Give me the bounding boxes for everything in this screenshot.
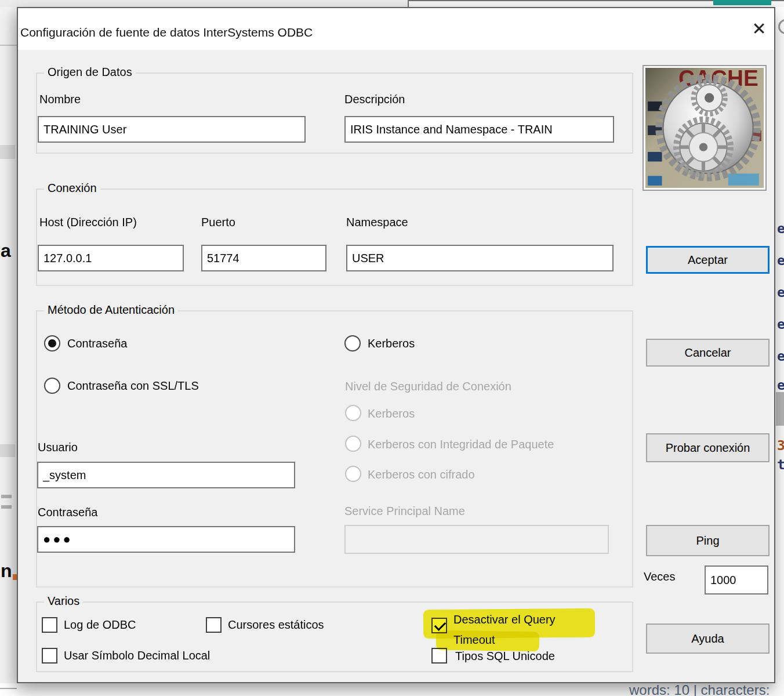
group-origen-caption: Origen de Datos bbox=[44, 66, 136, 79]
descripcion-label: Descripción bbox=[344, 93, 405, 106]
radio-nivel-cifrado bbox=[345, 466, 361, 482]
checkbox-sql-unicode[interactable] bbox=[431, 648, 447, 664]
radio-nivel-kerberos-label: Kerberos bbox=[368, 407, 415, 420]
radio-nivel-integridad-label: Kerberos con Integridad de Paquete bbox=[368, 438, 554, 451]
radio-contrasena-ssl[interactable] bbox=[44, 378, 60, 394]
highlight-marker-stroke-2 bbox=[436, 630, 539, 651]
background-code-letter-t: t bbox=[777, 457, 784, 472]
spn-input bbox=[344, 525, 609, 554]
cancelar-button[interactable]: Cancelar bbox=[646, 339, 770, 367]
probar-conexion-button[interactable]: Probar conexión bbox=[646, 433, 770, 462]
intersystems-cache-logo: CACHE bbox=[643, 65, 767, 191]
background-code-letter: e bbox=[777, 349, 784, 364]
veces-input[interactable] bbox=[705, 566, 768, 594]
veces-label: Veces bbox=[644, 570, 675, 583]
contrasena-label: Contraseña bbox=[38, 506, 97, 519]
namespace-input[interactable] bbox=[346, 245, 614, 271]
radio-nivel-integridad bbox=[345, 436, 361, 452]
background-code-digit: 3 bbox=[777, 438, 784, 453]
background-code-letter: e bbox=[777, 221, 784, 236]
odbc-config-dialog: Configuración de fuente de datos InterSy… bbox=[17, 7, 775, 683]
host-label: Host (Dirección IP) bbox=[39, 216, 137, 229]
host-input[interactable] bbox=[38, 245, 184, 271]
nombre-input[interactable] bbox=[38, 116, 306, 143]
background-left-letter-n: n bbox=[1, 560, 12, 582]
checkbox-decimal-local[interactable] bbox=[42, 648, 57, 664]
background-code-letter: e bbox=[777, 378, 784, 393]
checkbox-log-odbc-label[interactable]: Log de ODBC bbox=[64, 618, 136, 632]
background-left-bar-1 bbox=[0, 145, 15, 159]
checkbox-decimal-local-label[interactable]: Usar Símbolo Decimal Local bbox=[64, 649, 210, 662]
checkbox-cursores-label[interactable]: Cursores estáticos bbox=[228, 618, 324, 632]
background-left-column bbox=[0, 7, 17, 683]
radio-nivel-kerberos bbox=[345, 405, 361, 421]
spn-label: Service Principal Name bbox=[344, 505, 465, 518]
background-code-letter: e bbox=[777, 285, 784, 300]
background-left-bar-2 bbox=[0, 444, 15, 457]
background-code-letter: e bbox=[777, 253, 784, 268]
aceptar-button[interactable]: Aceptar bbox=[646, 246, 770, 274]
background-left-divider bbox=[0, 45, 17, 46]
group-conexion-caption: Conexión bbox=[44, 182, 100, 195]
descripcion-input[interactable] bbox=[344, 116, 614, 143]
ping-button[interactable]: Ping bbox=[646, 525, 770, 556]
namespace-label: Namespace bbox=[346, 216, 408, 229]
background-left-mini-2 bbox=[1, 505, 12, 509]
checkbox-log-odbc[interactable] bbox=[42, 617, 57, 633]
group-autenticacion-caption: Método de Autenticación bbox=[44, 303, 178, 317]
background-left-letter-a: a bbox=[1, 240, 11, 262]
usuario-label: Usuario bbox=[38, 441, 78, 454]
background-scrollbar-fragment bbox=[776, 392, 784, 426]
dialog-title: Configuración de fuente de datos InterSy… bbox=[20, 26, 313, 39]
puerto-input[interactable] bbox=[201, 245, 326, 271]
background-teal-bar bbox=[713, 0, 771, 5]
usuario-input[interactable] bbox=[37, 462, 295, 488]
ayuda-button[interactable]: Ayuda bbox=[646, 624, 770, 654]
radio-nivel-cifrado-label: Kerberos con cifrado bbox=[368, 468, 475, 481]
group-varios-caption: Varios bbox=[44, 594, 83, 608]
nivel-seguridad-label: Nivel de Seguridad de Conexión bbox=[345, 380, 511, 393]
radio-contrasena[interactable] bbox=[44, 335, 60, 351]
background-bottom-left-line bbox=[0, 688, 17, 689]
puerto-label: Puerto bbox=[201, 216, 235, 229]
radio-contrasena-ssl-label[interactable]: Contraseña con SSL/TLS bbox=[67, 379, 199, 393]
radio-contrasena-label[interactable]: Contraseña bbox=[67, 337, 127, 350]
radio-kerberos[interactable] bbox=[344, 335, 361, 351]
radio-kerberos-label[interactable]: Kerberos bbox=[368, 337, 415, 350]
nombre-label: Nombre bbox=[39, 93, 81, 106]
background-status-bar-text: words: 10 | characters: bbox=[629, 682, 770, 696]
checkbox-cursores[interactable] bbox=[206, 617, 222, 633]
background-code-letter: e bbox=[777, 317, 784, 332]
background-circle-fragment bbox=[778, 19, 784, 34]
contrasena-input[interactable] bbox=[37, 526, 295, 553]
close-icon[interactable]: ✕ bbox=[744, 14, 774, 43]
background-left-mini-1 bbox=[1, 495, 12, 498]
checkbox-sql-unicode-label[interactable]: Tipos SQL Unicode bbox=[455, 650, 555, 663]
